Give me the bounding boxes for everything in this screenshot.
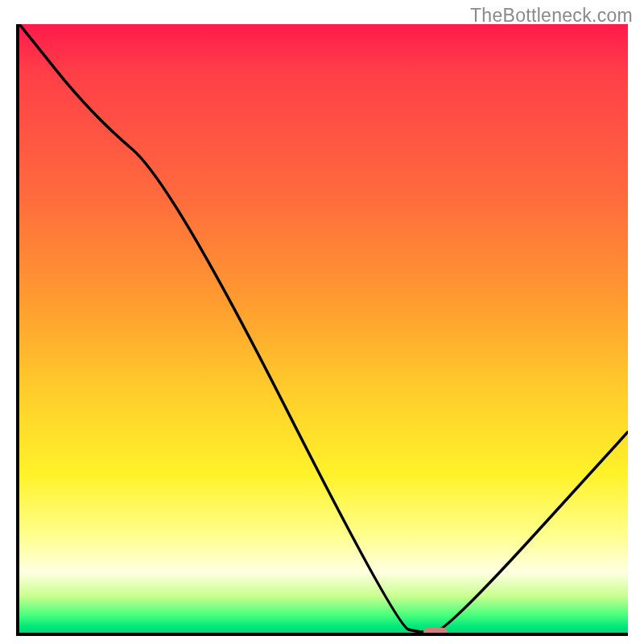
chart-plot-area (16, 24, 628, 636)
watermark-text: TheBottleneck.com (470, 5, 633, 27)
bottleneck-curve (19, 24, 628, 633)
optimal-marker (423, 628, 448, 637)
